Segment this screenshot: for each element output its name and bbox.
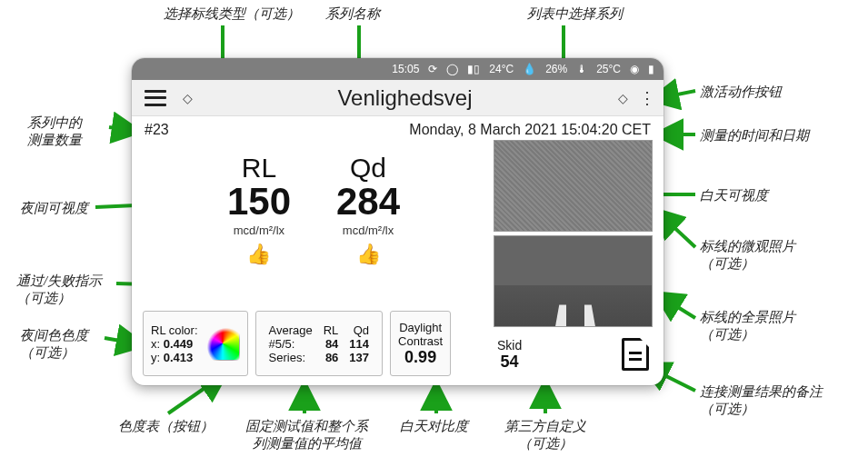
- skid-label: Skid: [497, 338, 522, 353]
- rl-value: 150: [227, 180, 291, 224]
- anno-passfail: 通过/失败指示 （可选）: [16, 273, 102, 307]
- gps-icon: ◉: [630, 63, 639, 75]
- rl-color-box: RL color: x: 0.449 y: 0.413: [143, 311, 248, 376]
- panorama-photo[interactable]: [494, 235, 653, 327]
- daylight-l2: Contrast: [398, 334, 443, 348]
- avg-hdr-3: Qd: [344, 323, 374, 337]
- anno-pano-photo: 标线的全景照片 （可选）: [700, 309, 795, 343]
- anno-chroma-btn: 色度表（按钮）: [118, 418, 214, 435]
- averages-box: Average RL Qd #5/5: 84 114 Series: 86: [255, 311, 384, 376]
- anno-notes: 连接测量结果的备注 （可选）: [700, 383, 823, 418]
- rlcolor-y-label: y:: [151, 351, 160, 364]
- rlcolor-title: RL color:: [151, 323, 198, 337]
- anno-micro-photo: 标线的微观照片 （可选）: [700, 238, 795, 273]
- anno-thirdparty: 第三方自定义 （可选）: [504, 418, 586, 452]
- anno-night-chroma: 夜间色色度 （可选）: [20, 327, 88, 362]
- subheader: #23 Monday, 8 March 2021 15:04:20 CET: [132, 116, 663, 140]
- android-statusbar: 15:05 ⟳ ◯ ▮▯ 24°C 💧 26% 🌡 25°C ◉ ▮: [132, 58, 663, 80]
- notes-icon[interactable]: [622, 338, 649, 371]
- marking-type-selector[interactable]: ◇: [174, 91, 201, 105]
- avg-r2-rl: 86: [318, 351, 344, 364]
- device-screen: 15:05 ⟳ ◯ ▮▯ 24°C 💧 26% 🌡 25°C ◉ ▮ ◇ Ven…: [132, 58, 663, 385]
- skid-box: Skid 54: [497, 338, 522, 372]
- anno-night-vis: 夜间可视度: [20, 200, 88, 217]
- qd-pass-icon: 👍: [336, 243, 400, 266]
- micro-photo[interactable]: [494, 140, 653, 232]
- anno-daylight: 白天对比度: [400, 418, 468, 435]
- rlcolor-x: 0.449: [164, 337, 194, 351]
- anno-day-visibility: 白天可视度: [700, 187, 768, 204]
- chromaticity-button[interactable]: [205, 326, 240, 361]
- avg-r1-rl: 84: [318, 337, 344, 351]
- rl-label: RL: [227, 153, 291, 184]
- anno-averages: 固定测试值和整个系 列测量值的平均值: [245, 418, 368, 452]
- series-title: Venlighedsvej: [201, 85, 609, 111]
- measurement-index: #23: [145, 122, 169, 138]
- menu-icon[interactable]: [145, 90, 166, 106]
- rl-reading: RL 150 mcd/m²/lx 👍: [227, 153, 291, 311]
- rlcolor-y: 0.413: [164, 351, 194, 364]
- rl-pass-icon: 👍: [227, 243, 291, 266]
- daylight-l1: Daylight: [398, 321, 443, 334]
- anno-select-series: 列表中选择系列: [527, 5, 623, 23]
- int-temp: 25°C: [596, 63, 621, 75]
- anno-datetime: 测量的时间和日期: [700, 127, 809, 144]
- location-icon: ◯: [446, 63, 458, 75]
- qd-reading: Qd 284 mcd/m²/lx 👍: [336, 153, 400, 311]
- avg-r1-label: #5/5:: [264, 337, 318, 351]
- avg-r1-qd: 114: [344, 337, 374, 351]
- header-bar: ◇ Venlighedsvej ◇ ⋮: [132, 80, 663, 116]
- signal-icon: ▮▯: [467, 63, 480, 75]
- measurement-datetime: Monday, 8 March 2021 15:04:20 CET: [409, 122, 651, 138]
- photo-column: Skid 54: [494, 140, 653, 376]
- humidity-icon: 💧: [523, 63, 536, 75]
- humidity-value: 26%: [545, 63, 567, 75]
- rlcolor-x-label: x:: [151, 337, 160, 351]
- skid-value: 54: [497, 353, 522, 372]
- battery-icon: ▮: [648, 63, 654, 75]
- avg-r2-qd: 137: [344, 351, 374, 364]
- ext-temp: 24°C: [489, 63, 514, 75]
- avg-hdr-1: Average: [264, 323, 318, 337]
- anno-select-marking-type: 选择标线类型（可选）: [164, 5, 300, 23]
- avg-hdr-2: RL: [318, 323, 344, 337]
- qd-unit: mcd/m²/lx: [336, 224, 400, 237]
- series-list-selector[interactable]: ◇: [609, 91, 636, 105]
- anno-activate-action: 激活动作按钮: [700, 84, 782, 101]
- daylight-value: 0.99: [398, 348, 443, 367]
- anno-series-name: 系列名称: [325, 5, 380, 23]
- statusbar-time: 15:05: [392, 63, 419, 75]
- overflow-menu-icon[interactable]: ⋮: [636, 88, 658, 108]
- qd-value: 284: [336, 180, 400, 224]
- qd-label: Qd: [336, 153, 400, 184]
- thermo-icon: 🌡: [576, 63, 587, 75]
- anno-count: 系列中的 测量数量: [27, 114, 82, 149]
- avg-r2-label: Series:: [264, 351, 318, 364]
- rl-unit: mcd/m²/lx: [227, 224, 291, 237]
- daylight-contrast-box: Daylight Contrast 0.99: [390, 311, 451, 376]
- refresh-icon: ⟳: [428, 63, 437, 75]
